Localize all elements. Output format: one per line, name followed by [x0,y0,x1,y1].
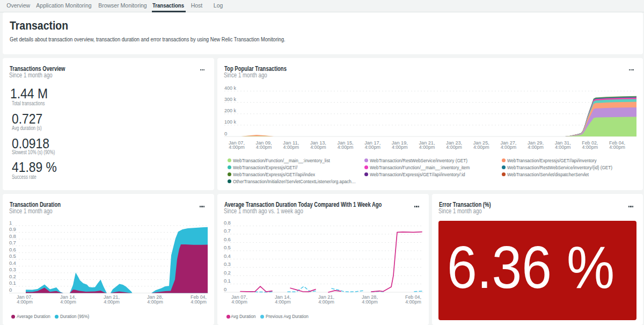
svg-text:0.8: 0.8 [224,220,231,226]
svg-text:0.3: 0.3 [9,266,16,272]
svg-text:0.2: 0.2 [224,270,231,276]
svg-text:4:00pm: 4:00pm [256,144,272,150]
svg-text:0.1: 0.1 [224,278,231,284]
svg-text:400 k: 400 k [224,85,236,91]
svg-text:0.3: 0.3 [224,261,231,267]
svg-text:4:00pm: 4:00pm [609,144,625,150]
svg-text:0: 0 [224,130,227,136]
svg-text:0.4: 0.4 [9,260,16,266]
svg-text:0: 0 [224,286,226,292]
svg-text:4:00pm: 4:00pm [338,144,354,150]
svg-text:4:00pm: 4:00pm [318,299,334,305]
svg-text:100 k: 100 k [224,119,236,125]
svg-text:4:00pm: 4:00pm [310,144,326,150]
svg-text:0.4: 0.4 [224,253,231,259]
svg-text:4:00pm: 4:00pm [392,144,408,150]
svg-text:0.9: 0.9 [9,226,16,232]
svg-text:0.5: 0.5 [9,253,16,259]
svg-text:0.1: 0.1 [9,280,16,286]
svg-text:4:00pm: 4:00pm [147,299,163,305]
svg-text:4:00pm: 4:00pm [17,299,33,305]
svg-text:4:00pm: 4:00pm [231,299,247,305]
svg-text:0.6: 0.6 [9,247,16,252]
svg-text:4:00pm: 4:00pm [191,299,207,305]
svg-text:4:00pm: 4:00pm [229,144,245,150]
svg-text:200 k: 200 k [224,107,236,113]
svg-text:0.5: 0.5 [224,244,231,250]
svg-text:4:00pm: 4:00pm [419,144,435,150]
svg-text:300 k: 300 k [224,96,236,102]
svg-text:4:00pm: 4:00pm [275,299,291,305]
svg-text:1: 1 [9,220,12,226]
svg-text:0: 0 [9,287,12,293]
svg-text:4:00pm: 4:00pm [60,299,76,305]
svg-text:0.8: 0.8 [9,233,16,239]
svg-text:0.7: 0.7 [224,228,231,234]
svg-text:4:00pm: 4:00pm [501,144,517,150]
svg-text:4:00pm: 4:00pm [528,144,544,150]
svg-text:4:00pm: 4:00pm [405,299,421,305]
svg-text:0.6: 0.6 [224,236,231,242]
svg-text:4:00pm: 4:00pm [446,144,462,150]
svg-text:4:00pm: 4:00pm [362,299,378,305]
svg-text:0.2: 0.2 [9,273,16,279]
svg-text:4:00pm: 4:00pm [473,144,489,150]
svg-text:4:00pm: 4:00pm [555,144,571,150]
svg-text:4:00pm: 4:00pm [104,299,120,305]
svg-text:4:00pm: 4:00pm [582,144,598,150]
svg-text:4:00pm: 4:00pm [364,144,380,150]
svg-text:4:00pm: 4:00pm [283,144,299,150]
svg-text:0.7: 0.7 [9,240,16,245]
